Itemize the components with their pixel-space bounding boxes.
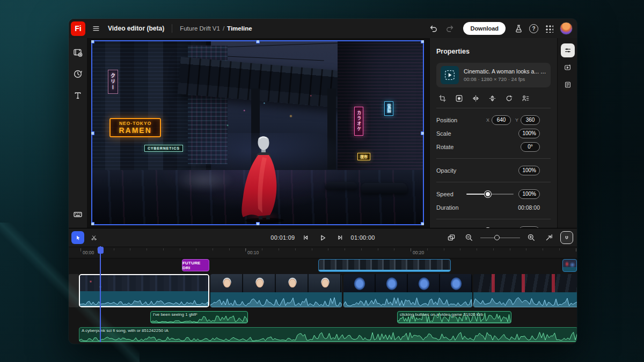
clock-icon xyxy=(73,69,83,79)
previous-frame-button[interactable] xyxy=(299,231,312,244)
scale-row: Scale 100% xyxy=(436,127,551,140)
snapping-toggle-button[interactable] xyxy=(560,231,573,244)
title-clip[interactable]: FUTURE DRI xyxy=(182,259,209,271)
add-media-button[interactable] xyxy=(71,46,85,60)
speed-input[interactable]: 100% xyxy=(518,189,540,199)
ruler-tick xyxy=(196,248,196,250)
music-clip-label: A cyberpunk sci fi song, with or 8512422… xyxy=(82,328,575,333)
audio-clip-sfx[interactable]: clicking buttons on a video game 31920 k… xyxy=(397,311,511,323)
speed-slider-knob[interactable] xyxy=(485,191,491,197)
ruler-major-tick xyxy=(245,248,246,252)
duration-history-button[interactable] xyxy=(71,67,85,81)
music-clip[interactable]: A cyberpunk sci fi song, with or 8512422… xyxy=(79,327,577,342)
ruler-tick xyxy=(444,248,444,250)
layer-order-icon xyxy=(522,94,530,102)
properties-title: Properties xyxy=(436,48,551,55)
breadcrumb-separator: / xyxy=(223,25,224,32)
download-button[interactable]: Download xyxy=(463,22,506,35)
ruler-tick xyxy=(130,248,130,250)
clip-list-icon xyxy=(564,80,572,89)
video-clip-city[interactable] xyxy=(79,274,209,307)
experiments-button[interactable] xyxy=(512,22,525,35)
zoom-in-icon xyxy=(527,233,536,242)
video-clip-cape[interactable] xyxy=(473,274,577,307)
scale-input[interactable]: 100% xyxy=(518,129,540,138)
zoom-slider-knob[interactable] xyxy=(494,235,500,240)
undo-icon xyxy=(428,24,438,33)
keyboard-icon xyxy=(73,210,83,219)
undo-button[interactable] xyxy=(427,22,440,35)
ruler-major-tick xyxy=(411,248,411,252)
help-button[interactable]: ? xyxy=(529,24,538,33)
ruler-time-label: 00:20 xyxy=(413,250,424,255)
position-x-input[interactable]: 640 xyxy=(492,115,511,125)
redo-button[interactable] xyxy=(444,22,457,35)
flip-vertical-button[interactable] xyxy=(487,93,497,103)
keyboard-shortcuts-button[interactable] xyxy=(71,208,85,221)
breadcrumb-project[interactable]: Future Drift V1 xyxy=(180,25,220,32)
timeline-section: 00:01:09 01:00:00 xyxy=(69,228,577,344)
topbar-right: Download ? xyxy=(427,22,577,35)
video-preview[interactable]: クリー NEO-TOKYO RAMEN CYBERNETICS カラオケ 電脳 … xyxy=(91,40,424,225)
mask-button[interactable] xyxy=(454,93,464,103)
crop-button[interactable] xyxy=(437,93,447,103)
timeline-ruler[interactable]: 00:0000:1000:2000:30 xyxy=(69,247,577,258)
ruler-tick xyxy=(543,248,543,250)
sliders-icon xyxy=(564,46,572,55)
ruler-tick xyxy=(312,248,312,250)
clip-thumbnails xyxy=(473,274,577,292)
timeline-zoom-controls xyxy=(445,231,573,244)
zoom-out-button[interactable] xyxy=(463,231,475,244)
properties-tab-button[interactable] xyxy=(561,43,575,57)
overlay-video-clip-small[interactable] xyxy=(562,259,577,272)
speed-slider[interactable] xyxy=(466,191,514,197)
timeline-zoom-slider[interactable] xyxy=(480,234,520,241)
apps-button[interactable] xyxy=(543,22,555,35)
ruler-tick xyxy=(460,248,460,250)
track-gutter xyxy=(69,274,79,307)
position-y-input[interactable]: 360 xyxy=(521,115,540,125)
reset-icon xyxy=(505,94,513,102)
opacity-input[interactable]: 100% xyxy=(518,166,540,175)
scissors-icon xyxy=(91,234,97,242)
audio-clip-label: clicking buttons on a video game 31920 k… xyxy=(400,312,509,317)
ruler-tick xyxy=(493,248,494,250)
audio-clip-voiceover[interactable]: I've been seeing 1 gMF xyxy=(150,311,248,323)
menu-button[interactable] xyxy=(90,22,103,35)
track-size-button[interactable] xyxy=(445,231,458,244)
crop-icon xyxy=(438,94,447,102)
ruler-tick xyxy=(279,248,279,250)
fit-timeline-button[interactable] xyxy=(543,231,555,244)
clip-list-tab-button[interactable] xyxy=(561,78,575,92)
video-clip-woman[interactable] xyxy=(210,274,342,307)
flip-horizontal-button[interactable] xyxy=(471,93,480,103)
ruler-tick xyxy=(427,248,428,250)
video-clip-mech[interactable] xyxy=(343,274,472,307)
neon-sign-cybernetics: CYBERNETICS xyxy=(144,145,183,152)
clip-thumbnail xyxy=(441,66,459,84)
text-tool-button[interactable] xyxy=(71,88,85,102)
mask-icon xyxy=(455,94,463,102)
rotate-input[interactable]: 0° xyxy=(521,142,540,152)
scene-car xyxy=(325,182,357,190)
select-tool-button[interactable] xyxy=(71,231,84,244)
zoom-in-button[interactable] xyxy=(525,231,538,244)
clip-metadata: 00:08 · 1280 × 720 · 24 fps xyxy=(464,76,546,82)
selected-clip-card[interactable]: Cinematic. A woman looks a... v.ffgenvid… xyxy=(436,63,551,87)
add-media-icon xyxy=(73,48,83,57)
playhead-handle[interactable] xyxy=(98,247,104,254)
user-avatar[interactable] xyxy=(560,22,573,35)
layer-order-button[interactable] xyxy=(521,93,530,103)
clip-thumbnails xyxy=(343,274,472,292)
text-icon xyxy=(73,91,83,100)
play-button[interactable] xyxy=(317,231,330,244)
next-frame-button[interactable] xyxy=(334,231,347,244)
magnet-icon xyxy=(564,234,569,242)
generate-video-tab-button[interactable] xyxy=(561,61,575,75)
split-tool-button[interactable] xyxy=(87,231,100,244)
left-toolbar xyxy=(69,38,87,228)
divider xyxy=(436,219,551,219)
overlay-video-clip[interactable] xyxy=(318,259,451,272)
firefly-logo[interactable]: Fi xyxy=(71,21,85,36)
reset-transform-button[interactable] xyxy=(504,93,514,103)
